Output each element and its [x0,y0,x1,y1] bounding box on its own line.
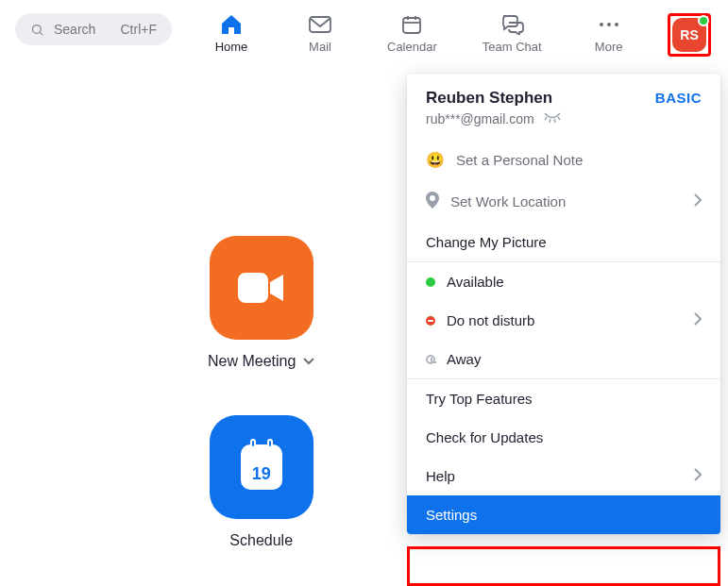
calendar-icon [401,13,422,36]
tile-label: Schedule [229,532,293,549]
avatar-highlight: RS [668,13,711,57]
svg-point-9 [615,23,618,26]
menu-check-updates[interactable]: Check for Updates [407,418,720,457]
home-content: New Meeting 19 Schedule [208,236,314,549]
pin-icon [426,192,439,211]
menu-label: Help [426,468,455,484]
menu-label: Set a Personal Note [456,152,583,168]
search-input[interactable]: Search Ctrl+F [15,13,172,45]
status-available-icon [426,277,435,287]
tab-label: More [595,40,623,54]
calendar-icon: 19 [241,444,282,490]
tab-label: Mail [309,40,331,54]
tab-label: Calendar [387,40,437,54]
chat-icon [499,13,524,36]
tab-label: Home [215,40,248,54]
new-meeting-button[interactable] [210,236,313,340]
tile-new-meeting[interactable]: New Meeting [208,236,314,370]
menu-change-picture[interactable]: Change My Picture [407,223,720,261]
video-icon [236,269,287,307]
svg-point-7 [600,23,603,26]
menu-status-away[interactable]: Away [407,340,720,378]
eye-off-icon[interactable] [544,111,561,126]
dropdown-header: Reuben Stephen BASIC rub***@gmail.com [407,74,720,140]
calendar-date: 19 [252,464,271,484]
status-away-icon [426,355,435,364]
mail-icon [309,13,331,36]
settings-highlight [407,546,720,586]
svg-rect-10 [238,273,268,303]
menu-label: Check for Updates [426,429,543,445]
tab-home[interactable]: Home [210,13,253,54]
menu-personal-note[interactable]: 😃 Set a Personal Note [407,140,720,180]
chevron-down-icon[interactable] [303,358,314,365]
smile-icon: 😃 [426,151,445,169]
menu-settings[interactable]: Settings [407,495,720,534]
profile-avatar[interactable]: RS [672,18,706,52]
menu-top-features[interactable]: Try Top Features [407,379,720,418]
chevron-right-icon [694,468,702,484]
menu-label: Set Work Location [450,193,566,209]
menu-label: Away [447,351,481,367]
svg-line-13 [554,119,555,123]
menu-work-location[interactable]: Set Work Location [407,180,720,223]
tab-more[interactable]: More [587,13,631,54]
profile-name: Reuben Stephen [426,89,552,108]
menu-label: Try Top Features [426,391,533,407]
svg-line-12 [550,119,550,123]
status-dnd-icon [426,316,435,326]
svg-line-1 [40,32,42,35]
menu-status-dnd[interactable]: Do not disturb [407,301,720,340]
tile-schedule[interactable]: 19 Schedule [210,415,313,549]
profile-dropdown: Reuben Stephen BASIC rub***@gmail.com 😃 … [407,74,720,534]
menu-label: Available [447,274,504,290]
presence-dot [698,15,709,26]
top-bar: Search Ctrl+F Home Mail Calendar Team [0,0,728,57]
avatar-initials: RS [680,27,698,42]
svg-rect-3 [403,18,420,33]
menu-label: Settings [426,507,477,523]
plan-badge: BASIC [655,90,702,106]
home-icon [220,13,243,36]
nav-tabs: Home Mail Calendar Team Chat More [210,13,631,54]
more-icon [598,13,620,36]
menu-label: Change My Picture [426,234,547,250]
svg-line-11 [545,117,547,120]
menu-label: Do not disturb [447,312,534,328]
tab-label: Team Chat [483,40,542,54]
svg-point-8 [607,23,611,26]
search-icon [30,23,44,37]
tab-calendar[interactable]: Calendar [387,13,437,54]
tab-team-chat[interactable]: Team Chat [483,13,542,54]
schedule-button[interactable]: 19 [210,415,313,519]
tab-mail[interactable]: Mail [298,13,342,54]
chevron-right-icon [694,312,702,328]
menu-help[interactable]: Help [407,457,720,495]
profile-email: rub***@gmail.com [426,111,534,126]
search-hotkey: Ctrl+F [121,22,158,37]
svg-rect-2 [310,17,330,32]
svg-point-0 [33,25,42,33]
search-placeholder: Search [54,22,95,37]
chevron-right-icon [694,193,702,209]
svg-line-14 [558,117,560,120]
menu-status-available[interactable]: Available [407,262,720,301]
tile-label: New Meeting [208,353,296,370]
